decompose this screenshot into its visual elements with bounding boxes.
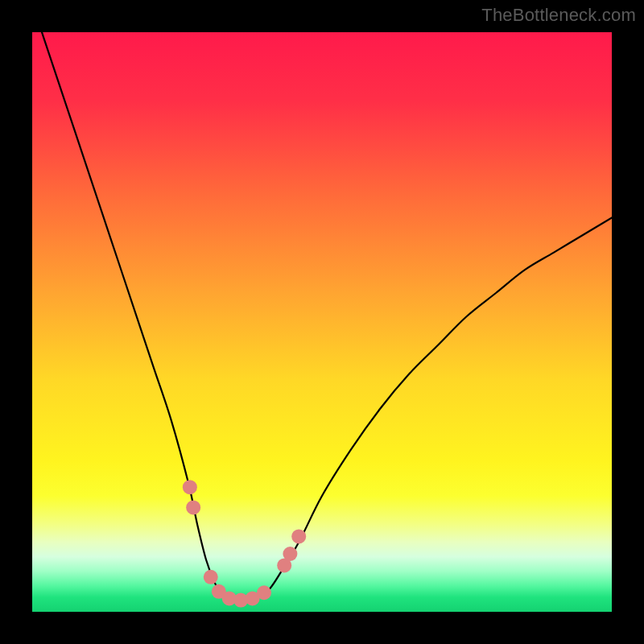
chart-frame: TheBottleneck.com	[0, 0, 644, 644]
chart-svg	[32, 32, 612, 612]
marker-dot	[257, 585, 271, 600]
marker-dot	[183, 480, 197, 494]
marker-dot	[291, 529, 306, 543]
marker-dot	[204, 570, 218, 584]
marker-dot	[283, 547, 297, 561]
plot-area	[32, 32, 612, 612]
marker-dot	[186, 500, 200, 514]
watermark-text: TheBottleneck.com	[481, 5, 636, 26]
bottleneck-curve	[32, 32, 612, 601]
